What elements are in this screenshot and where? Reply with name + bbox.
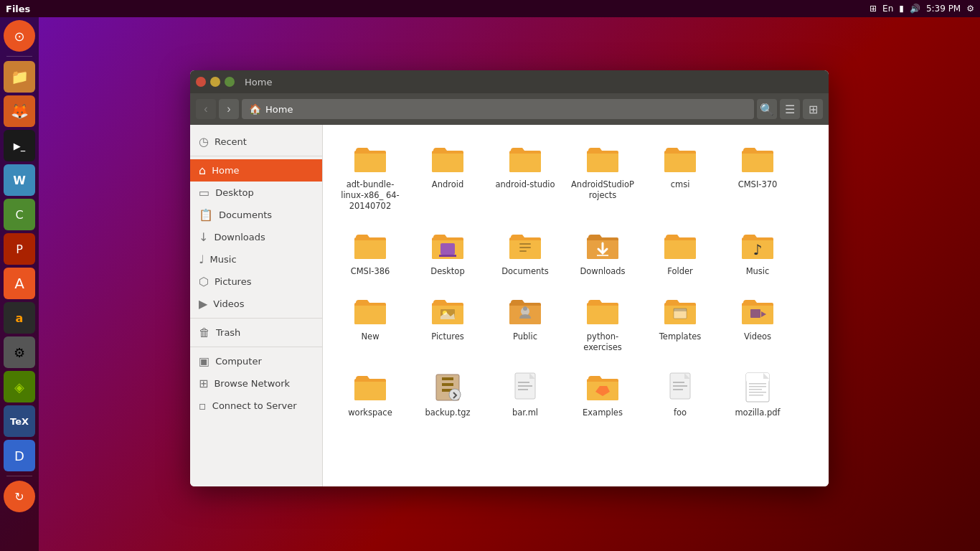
file-icon — [353, 294, 387, 329]
writer-icon: W — [13, 174, 26, 187]
sidebar-item-browse-network[interactable]: ⊞Browse Network — [190, 372, 322, 395]
file-name: Android — [432, 179, 463, 190]
launcher-item-firefox[interactable]: 🦊 — [4, 95, 35, 127]
grid-view-button[interactable]: ⊞ — [803, 99, 823, 119]
launcher-item-ubuntu[interactable]: ⊙ — [4, 20, 35, 52]
launcher-item-terminal[interactable]: ▶_ — [4, 130, 35, 161]
file-item-android[interactable]: Android — [412, 136, 484, 217]
pictures-icon: ⬡ — [199, 275, 209, 288]
file-item-foo[interactable]: foo — [644, 364, 716, 424]
launcher-item-appstore[interactable]: A — [4, 268, 35, 299]
file-icon — [585, 370, 620, 405]
file-item-pictures[interactable]: Pictures — [412, 288, 484, 359]
topbar: Files ⊞ En ▮ 🔊 5:39 PM ⚙ — [0, 0, 980, 17]
file-item-android-studio[interactable]: android-studio — [489, 136, 561, 217]
launcher-item-tex[interactable]: TeX — [4, 405, 35, 437]
file-item-adt-bundle-linux-x86--64-20140702[interactable]: adt-bundle-linux-x86_ 64-20140702 — [334, 136, 406, 217]
sidebar-item-pictures[interactable]: ⬡Pictures — [190, 270, 322, 293]
file-item-templates[interactable]: Templates — [644, 288, 716, 359]
launcher-item-settings[interactable]: ⚙ — [4, 336, 35, 368]
wifi-icon: ⊞ — [870, 4, 877, 14]
trash-label: Trash — [216, 327, 240, 338]
minimize-button[interactable] — [210, 77, 220, 87]
back-button[interactable]: ‹ — [196, 99, 216, 119]
sidebar-item-downloads[interactable]: ↓Downloads — [190, 226, 322, 248]
launcher-item-calc[interactable]: C — [4, 199, 35, 230]
search-button[interactable]: 🔍 — [757, 99, 777, 119]
svg-rect-22 — [518, 389, 528, 390]
file-item-cmsi-370[interactable]: CMSI-370 — [722, 136, 793, 217]
file-manager-window: Home ‹ › 🏠 Home 🔍 ☰ ⊞ ◷Recent⌂Home▭Deskt… — [190, 70, 829, 486]
music-label: Music — [210, 254, 237, 265]
svg-rect-15 — [442, 377, 453, 380]
file-item-documents[interactable]: Documents — [489, 223, 561, 283]
close-button[interactable] — [196, 77, 206, 87]
file-item-python-exercises[interactable]: python-exercises — [567, 288, 639, 359]
toolbar-actions: 🔍 ☰ ⊞ — [757, 99, 823, 119]
calc-icon: C — [15, 208, 23, 222]
downloads-icon: ↓ — [199, 230, 208, 244]
file-item-videos[interactable]: Videos — [722, 288, 793, 359]
file-name: foo — [674, 408, 687, 418]
browse-network-label: Browse Network — [214, 378, 290, 389]
launcher-item-gdocs[interactable]: D — [4, 440, 35, 471]
sidebar-item-music[interactable]: ♩Music — [190, 248, 322, 270]
sidebar-item-desktop[interactable]: ▭Desktop — [190, 182, 322, 204]
desktop-label: Desktop — [215, 187, 254, 198]
file-name: Documents — [501, 266, 549, 277]
launcher-item-files[interactable]: 📁 — [4, 61, 35, 93]
file-item-music[interactable]: ♪ Music — [722, 223, 793, 283]
videos-icon: ▶ — [199, 297, 207, 311]
file-item-new[interactable]: New — [334, 288, 406, 359]
file-item-cmsi[interactable]: cmsi — [644, 136, 716, 217]
computer-label: Computer — [215, 356, 262, 367]
file-item-public[interactable]: Public — [489, 288, 561, 359]
tex-icon: TeX — [10, 416, 29, 427]
file-item-mozilla-pdf[interactable]: mozilla.pdf — [722, 364, 793, 424]
sidebar-item-connect-server[interactable]: ▫Connect to Server — [190, 395, 322, 417]
location-bar[interactable]: 🏠 Home — [242, 99, 754, 119]
file-name: Folder — [667, 266, 693, 277]
launcher-item-android[interactable]: ◈ — [4, 371, 35, 402]
svg-rect-0 — [440, 243, 455, 255]
launcher-item-writer[interactable]: W — [4, 164, 35, 196]
sidebar-item-home[interactable]: ⌂Home — [190, 159, 322, 182]
maximize-button[interactable] — [225, 77, 235, 87]
file-name: CMSI-370 — [738, 179, 778, 190]
file-item-backup-tgz[interactable]: backup.tgz — [412, 364, 484, 424]
file-item-workspace[interactable]: workspace — [334, 364, 406, 424]
computer-icon: ▣ — [199, 354, 209, 368]
file-item-folder[interactable]: Folder — [644, 223, 716, 283]
sidebar-item-computer[interactable]: ▣Computer — [190, 350, 322, 372]
svg-rect-31 — [749, 389, 762, 390]
launcher-item-impress[interactable]: P — [4, 233, 35, 265]
impress-icon: P — [16, 242, 23, 256]
file-item-examples[interactable]: Examples — [567, 364, 639, 424]
trash-icon: 🗑 — [199, 326, 210, 339]
file-name: Examples — [583, 408, 623, 418]
battery-icon: ▮ — [899, 4, 904, 14]
launcher-item-amazon[interactable]: a — [4, 302, 35, 334]
list-view-button[interactable]: ☰ — [780, 99, 800, 119]
location-label: Home — [265, 104, 293, 115]
svg-rect-20 — [518, 382, 529, 383]
file-icon — [430, 229, 465, 263]
forward-button[interactable]: › — [219, 99, 239, 119]
titlebar: Home — [190, 70, 829, 93]
svg-rect-12 — [674, 309, 687, 311]
file-item-downloads[interactable]: Downloads — [567, 223, 639, 283]
file-item-androidstudioprojects[interactable]: AndroidStudioProjects — [567, 136, 639, 217]
connect-server-label: Connect to Server — [212, 400, 297, 411]
file-item-bar-ml[interactable]: bar.ml — [489, 364, 561, 424]
file-item-desktop[interactable]: Desktop — [412, 223, 484, 283]
svg-text:♪: ♪ — [753, 241, 763, 258]
launcher-item-update[interactable]: ↻ — [4, 481, 35, 512]
sidebar-item-trash[interactable]: 🗑Trash — [190, 321, 322, 344]
svg-rect-29 — [749, 383, 766, 385]
file-icon — [508, 294, 542, 329]
file-item-cmsi-386[interactable]: CMSI-386 — [334, 223, 406, 283]
file-name: Pictures — [431, 331, 464, 342]
sidebar-item-videos[interactable]: ▶Videos — [190, 293, 322, 315]
sidebar-item-documents[interactable]: 📋Documents — [190, 204, 322, 226]
sidebar-item-recent[interactable]: ◷Recent — [190, 131, 322, 153]
